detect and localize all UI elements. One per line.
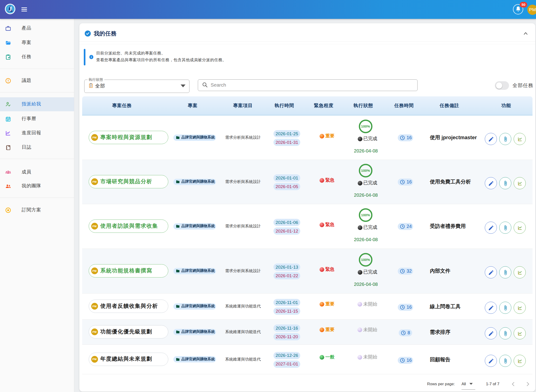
svg-text:J: J (9, 5, 12, 13)
